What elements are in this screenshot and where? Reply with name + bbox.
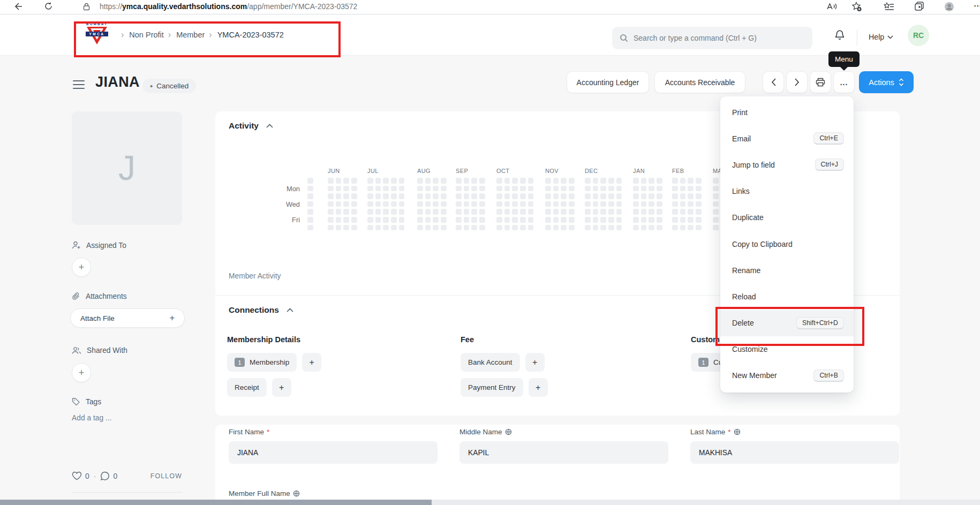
member-details-card: First Name*JIANAMiddle NameKAPILLast Nam… (215, 425, 900, 505)
heatmap-cell (641, 178, 647, 184)
browser-refresh-icon[interactable] (44, 2, 53, 11)
heatmap-cell (657, 225, 662, 231)
heatmap-cell (328, 178, 334, 184)
collapse-connections-icon[interactable] (287, 308, 293, 312)
favorites-add-icon[interactable] (851, 2, 862, 12)
add-receipt-button[interactable] (272, 378, 291, 397)
heatmap-cell (328, 209, 334, 215)
heatmap-cell (471, 201, 477, 207)
browser-profile-icon[interactable] (944, 2, 954, 12)
help-menu[interactable]: Help (869, 30, 893, 44)
heatmap-cell (336, 217, 342, 223)
heatmap-cell (367, 186, 373, 192)
heatmap-cell (520, 209, 526, 215)
menu-item-duplicate[interactable]: Duplicate (720, 205, 854, 231)
dot-separator: · (94, 472, 96, 480)
user-avatar[interactable]: RC (908, 25, 929, 46)
heatmap-day-label-fri: Fri (269, 216, 300, 224)
menu-ellipsis-button[interactable]: ... (833, 71, 855, 93)
heart-icon[interactable] (72, 471, 82, 480)
sidebar-toggle-icon[interactable] (73, 80, 85, 92)
horizontal-scrollbar-thumb[interactable] (0, 500, 432, 505)
follow-button[interactable]: FOLLOW (150, 472, 182, 480)
site-info-icon[interactable] (83, 3, 90, 11)
heatmap-cell (399, 225, 405, 231)
menu-item-reload[interactable]: Reload (720, 283, 854, 310)
help-label: Help (869, 33, 884, 41)
add-tag-input[interactable]: Add a tag ... (72, 414, 111, 422)
favorites-bar-icon[interactable] (884, 2, 894, 11)
connection-link-bank-account[interactable]: Bank Account (461, 353, 520, 372)
menu-item-rename[interactable]: Rename (720, 257, 854, 283)
field-label-text: Middle Name (459, 428, 502, 436)
heatmap-cell (479, 178, 485, 184)
heatmap-cell (520, 201, 526, 207)
notifications-bell-icon[interactable] (834, 29, 845, 41)
print-button[interactable] (810, 71, 831, 93)
read-aloud-icon[interactable] (826, 2, 837, 11)
heatmap-cell (649, 186, 654, 192)
attach-file-button[interactable]: Attach File (70, 308, 185, 328)
browser-settings-icon[interactable]: ⋯ (974, 1, 980, 11)
assigned-to-label: Assigned To (86, 242, 126, 250)
menu-item-new-member[interactable]: New MemberCtrl+B (720, 363, 854, 389)
comment-icon[interactable] (100, 471, 110, 480)
heatmap-cell (713, 209, 719, 215)
menu-item-jump-to-field[interactable]: Jump to fieldCtrl+J (720, 152, 854, 178)
heatmap-cell (633, 178, 639, 184)
connection-link-label: Payment Entry (468, 383, 516, 391)
connection-link-payment-entry[interactable]: Payment Entry (461, 378, 523, 397)
breadcrumb-member[interactable]: Member (168, 30, 205, 40)
ymca-logo[interactable]: BOMBAY YMCA (80, 21, 114, 46)
add-assignment-button[interactable] (72, 258, 91, 277)
heatmap-cell (496, 178, 502, 184)
heatmap-cell (561, 186, 567, 192)
collapse-activity-icon[interactable] (266, 124, 273, 128)
heatmap-cell (593, 201, 599, 207)
collections-icon[interactable] (914, 2, 924, 11)
search-input[interactable]: Search or type a command (Ctrl + G) (612, 27, 812, 49)
connection-link-receipt[interactable]: Receipt (227, 378, 267, 397)
menu-item-links[interactable]: Links (720, 178, 854, 205)
member-activity-link[interactable]: Member Activity (229, 272, 281, 280)
first-name-input[interactable]: JIANA (229, 441, 438, 464)
menu-item-copy-to-clipboard[interactable]: Copy to Clipboard (720, 231, 854, 257)
accounts-receivable-button[interactable]: Accounts Receivable (654, 71, 745, 93)
heatmap-cell (608, 225, 614, 231)
browser-back-icon[interactable] (13, 2, 22, 11)
menu-item-shortcut: Ctrl+E (813, 132, 844, 145)
actions-button[interactable]: Actions (859, 71, 914, 93)
heatmap-cell (399, 193, 405, 199)
heatmap-cell (561, 225, 567, 231)
add-bank-account-button[interactable] (525, 353, 545, 372)
menu-item-delete[interactable]: DeleteShift+Ctrl+D (720, 310, 854, 336)
middle-name-input[interactable]: KAPIL (459, 441, 668, 464)
heatmap-cell (383, 186, 389, 192)
heatmap-cell (672, 225, 678, 231)
breadcrumb-non-profit[interactable]: Non Profit (121, 30, 164, 40)
menu-item-print[interactable]: Print (720, 99, 854, 125)
heatmap-cell (399, 178, 405, 184)
menu-item-customize[interactable]: Customize (720, 336, 854, 363)
accounting-ledger-button[interactable]: Accounting Ledger (567, 71, 649, 93)
member-image-placeholder[interactable]: J (72, 111, 182, 225)
heatmap-cell (456, 201, 462, 207)
heatmap-cell (672, 178, 678, 184)
previous-record-button[interactable] (763, 71, 784, 93)
heatmap-cell (545, 178, 551, 184)
activity-section-heading: Activity (229, 121, 273, 131)
heatmap-cell (528, 193, 534, 199)
menu-item-label: Rename (732, 266, 760, 275)
add-membership-button[interactable] (302, 353, 321, 372)
add-share-button[interactable] (72, 363, 91, 382)
add-payment-entry-button[interactable] (529, 378, 548, 397)
next-record-button[interactable] (786, 71, 808, 93)
assigned-to-section: Assigned To (72, 241, 126, 250)
last-name-input[interactable]: MAKHISA (690, 441, 899, 464)
breadcrumb-record[interactable]: YMCA-2023-03572 (209, 30, 283, 40)
heatmap-cell (399, 201, 405, 207)
menu-item-email[interactable]: EmailCtrl+E (720, 125, 854, 152)
connection-link-membership[interactable]: 1Membership (227, 353, 297, 372)
heatmap-cell (545, 209, 551, 215)
address-bar[interactable]: https://ymca.quality.vedarthsolutions.co… (100, 2, 357, 11)
